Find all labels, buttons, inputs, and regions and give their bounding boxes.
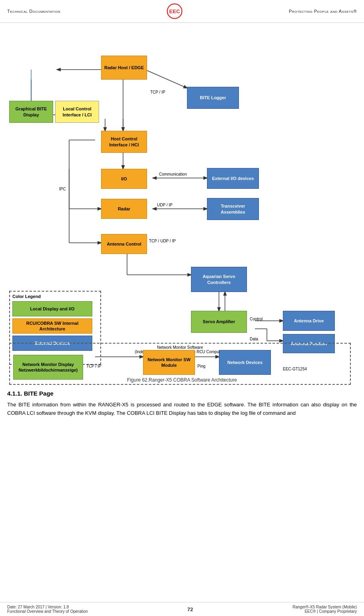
legend-rcu-cobra-label: RCU/COBRA SW Internal Architecture [14,320,90,332]
external-io-label: External I/O devices [212,176,254,181]
footer-right: Ranger®-X5 Radar System (Mobile) EEC® | … [292,605,357,614]
servo-amplifier-label: Servo Amplifier [203,319,235,324]
communication-label: Communication [159,172,187,176]
network-devices-label: Network Devices [227,360,263,365]
bite-logger-label: BITE Logger [200,95,226,100]
ipc-label: IPC [59,187,66,191]
legend-local-display-label: Local Display and I/O [30,306,74,312]
main-content: Radar Host / EDGE Graphical BITE Display… [0,23,364,442]
footer-ranger: Ranger®-X5 Radar System (Mobile) [292,605,357,609]
radar-host-label: Radar Host / EDGE [104,65,144,70]
io-label: I/O [121,176,127,182]
local-control-label: Local Control Interface / LCI [57,106,97,118]
footer-page-number: 72 [187,606,193,612]
network-monitor-display-label: Network Monitor Display Netzwerkbildschi… [15,362,81,373]
aquarian-label: Aquarian Servo Controllers [193,274,245,285]
udp-ip-label: UDP / IP [157,203,173,207]
header-right-text: Protecting People and Assets® [289,9,357,14]
external-io-box: External I/O devices [207,168,259,189]
footer-date: Date: 27 March 2017 | Version: 1.8 [7,605,88,609]
control-label: Control [250,317,263,321]
svg-text:EEC: EEC [169,8,180,14]
eec-logo: EEC [165,3,185,19]
radar-box: Radar [101,199,147,219]
eec-gt1254-label: EEC-GT1254 [283,367,307,371]
legend-local-display: Local Display and I/O [12,301,92,316]
section-heading: 4.1.1. BITE Page [7,390,357,397]
tcp-udp-ip-label: TCP / UDP / IP [149,239,176,243]
ping-label: Ping [197,364,205,368]
transceiver-box: Transceiver Assemblies [207,198,259,220]
header-left-text: Technical Documentation [7,9,60,14]
footer-left: Date: 27 March 2017 | Version: 1.8 Funct… [7,605,88,614]
footer-functional: Functional Overview and Theory of Operat… [7,609,88,614]
host-control-label: Host Control Interface / HCI [103,136,145,148]
antenna-drive-label: Antenna Drive [294,318,324,324]
footer-eec: EEC® | Company Proprietary [292,609,357,614]
host-control-box: Host Control Interface / HCI [101,131,147,153]
network-monitor-display-box: Network Monitor Display Netzwerkbildschi… [13,355,83,380]
tcp-ip-label-1: TCP / IP [150,90,165,94]
graphical-bite-box: Graphical BITE Display [9,101,53,123]
bite-logger-box: BITE Logger [187,87,239,109]
antenna-control-box: Antenna Control [101,234,147,254]
local-control-box: Local Control Interface / LCI [55,101,99,123]
architecture-diagram: Radar Host / EDGE Graphical BITE Display… [7,27,357,375]
io-box: I/O [101,169,147,189]
svg-line-10 [145,70,187,88]
antenna-control-label: Antenna Control [107,241,141,247]
servo-amplifier-box: Servo Amplifier [191,311,247,333]
network-monitor-sw-box: Network Monitor SW Module [143,350,195,375]
data-label: Data [250,337,258,341]
transceiver-label: Transceiver Assemblies [209,203,257,215]
antenna-drive-box: Antenna Drive [283,311,335,331]
legend-rcu-cobra: RCU/COBRA SW Internal Architecture [12,318,92,334]
page-header: Technical Documentation EEC Protecting P… [0,0,364,23]
tcp-ip-label-2: TCP / IP [86,364,101,368]
radar-host-box: Radar Host / EDGE [101,56,147,80]
network-devices-box: Network Devices [219,350,271,375]
radar-label: Radar [118,206,130,212]
aquarian-box: Aquarian Servo Controllers [191,267,247,292]
network-monitor-sw-label: Network Monitor SW Module [145,357,193,368]
body-text: The BITE information from within the RAN… [7,401,357,418]
graphical-bite-label: Graphical BITE Display [11,106,51,118]
color-legend-title: Color Legend [12,294,98,299]
page-footer: Date: 27 March 2017 | Version: 1.8 Funct… [0,602,364,616]
